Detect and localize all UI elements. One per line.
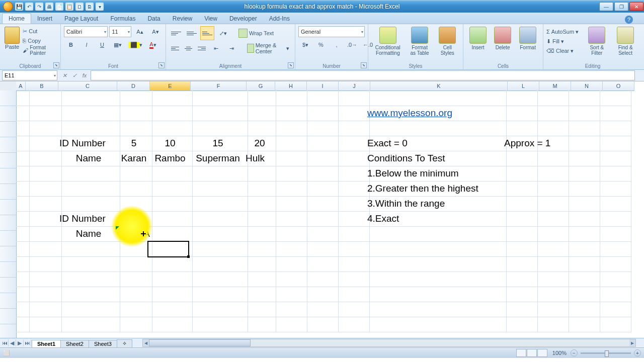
cell-O14[interactable] xyxy=(596,287,631,302)
cell-L14[interactable] xyxy=(502,287,538,302)
cell-I10[interactable] xyxy=(303,226,339,242)
cell-K11[interactable] xyxy=(365,241,507,257)
cell-D11[interactable] xyxy=(116,241,152,257)
row-header-10[interactable] xyxy=(0,231,17,246)
cell-L4[interactable]: Approx = 1 xyxy=(502,136,538,151)
qat-undo[interactable]: ↶ xyxy=(25,3,33,11)
cell-G5[interactable]: Hulk xyxy=(244,151,276,166)
sheet-nav-first[interactable]: ⏮ xyxy=(1,339,9,346)
cell-C7[interactable] xyxy=(57,181,120,197)
cell-H9[interactable] xyxy=(272,211,307,227)
row-header-9[interactable] xyxy=(0,215,17,231)
cell-K7[interactable]: 2.Greater then the highest xyxy=(365,181,507,197)
cell-E7[interactable] xyxy=(148,181,193,197)
cell-K2[interactable]: www.myelesson.org xyxy=(365,106,507,121)
increase-decimal-button[interactable]: .0→ xyxy=(345,39,359,50)
row-header-15[interactable] xyxy=(0,309,17,324)
cell-E10[interactable] xyxy=(148,226,193,242)
cell-D8[interactable] xyxy=(116,196,152,212)
cell-K16[interactable] xyxy=(365,317,507,332)
cell-B13[interactable] xyxy=(25,272,62,287)
cell-G4[interactable]: 20 xyxy=(244,136,276,151)
cell-O16[interactable] xyxy=(596,317,631,332)
row-header-2[interactable] xyxy=(0,106,17,122)
cell-N2[interactable] xyxy=(565,106,600,121)
percent-button[interactable]: % xyxy=(314,39,328,50)
tab-addins[interactable]: Add-Ins xyxy=(263,14,296,24)
cell-C14[interactable] xyxy=(57,287,120,302)
cell-M1[interactable] xyxy=(533,90,569,106)
cell-D6[interactable] xyxy=(116,166,152,182)
cell-M10[interactable] xyxy=(533,226,569,242)
cell-I2[interactable] xyxy=(303,106,339,121)
cell-L2[interactable] xyxy=(502,106,538,121)
cell-J13[interactable] xyxy=(334,272,370,287)
cell-J4[interactable] xyxy=(334,136,370,151)
format-painter-button[interactable]: 🖌Format Painter xyxy=(23,46,57,55)
cell-H6[interactable] xyxy=(272,166,307,182)
tab-home[interactable]: Home xyxy=(2,13,31,24)
col-header-K[interactable]: K xyxy=(370,81,508,91)
enter-formula-icon[interactable]: ✓ xyxy=(70,71,79,80)
row-header-14[interactable] xyxy=(0,293,17,309)
cell-M14[interactable] xyxy=(533,287,569,302)
cell-F14[interactable] xyxy=(188,287,248,302)
sheet-tab-1[interactable]: Sheet1 xyxy=(32,340,61,347)
office-button[interactable] xyxy=(3,2,13,12)
cell-F7[interactable] xyxy=(188,181,248,197)
cell-J11[interactable] xyxy=(334,241,370,257)
sheet-nav-last[interactable]: ⏭ xyxy=(24,339,31,346)
cell-L13[interactable] xyxy=(502,272,538,287)
cell-B10[interactable] xyxy=(25,226,62,242)
cell-L9[interactable] xyxy=(502,211,538,227)
cell-N12[interactable] xyxy=(565,256,600,272)
scroll-thumb[interactable] xyxy=(149,339,251,346)
cell-E5[interactable]: Rambo xyxy=(148,151,193,166)
insert-button[interactable]: Insert xyxy=(466,25,490,52)
cell-N6[interactable] xyxy=(565,166,600,182)
cell-J3[interactable] xyxy=(334,121,370,136)
cell-B7[interactable] xyxy=(25,181,62,197)
cell-K13[interactable] xyxy=(365,272,507,287)
cell-K5[interactable]: Conditions To Test xyxy=(365,151,507,166)
cell-I16[interactable] xyxy=(303,317,339,332)
help-icon[interactable]: ? xyxy=(625,16,633,24)
qat-btn-5[interactable]: 📄 xyxy=(55,3,63,11)
cell-B11[interactable] xyxy=(25,241,62,257)
tab-review[interactable]: Review xyxy=(167,14,198,24)
wrap-text-button[interactable]: Wrap Text xyxy=(236,27,276,39)
cell-N15[interactable] xyxy=(565,302,600,317)
cell-E11[interactable] xyxy=(148,241,193,257)
cell-I14[interactable] xyxy=(303,287,339,302)
cell-B9[interactable] xyxy=(25,211,62,227)
cell-N13[interactable] xyxy=(565,272,600,287)
cell-D14[interactable] xyxy=(116,287,152,302)
cell-N4[interactable] xyxy=(565,136,600,151)
qat-btn-8[interactable]: 🗎 xyxy=(86,3,94,11)
cell-E2[interactable] xyxy=(148,106,193,121)
cell-F8[interactable] xyxy=(188,196,248,212)
align-top-button[interactable] xyxy=(169,26,183,40)
cell-O4[interactable] xyxy=(596,136,631,151)
number-format-select[interactable]: General xyxy=(298,26,365,37)
paste-button[interactable]: Paste xyxy=(3,25,21,56)
cell-O2[interactable] xyxy=(596,106,631,121)
page-break-view-button[interactable] xyxy=(537,349,547,357)
cell-O7[interactable] xyxy=(596,181,631,197)
cell-J1[interactable] xyxy=(334,90,370,106)
cell-O3[interactable] xyxy=(596,121,631,136)
qat-save[interactable]: 💾 xyxy=(15,3,23,11)
cell-C3[interactable] xyxy=(57,121,120,136)
cell-B8[interactable] xyxy=(25,196,62,212)
cell-F9[interactable] xyxy=(188,211,248,227)
cell-L8[interactable] xyxy=(502,196,538,212)
font-size-select[interactable]: 11 xyxy=(109,26,131,37)
align-right-button[interactable] xyxy=(196,41,208,55)
cell-O11[interactable] xyxy=(596,241,631,257)
format-as-table-button[interactable]: Format as Table xyxy=(406,25,434,57)
cell-B4[interactable] xyxy=(25,136,62,151)
cell-D1[interactable] xyxy=(116,90,152,106)
cell-J8[interactable] xyxy=(334,196,370,212)
col-header-C[interactable]: C xyxy=(58,81,117,91)
sheet-nav-prev[interactable]: ◀ xyxy=(9,339,16,346)
